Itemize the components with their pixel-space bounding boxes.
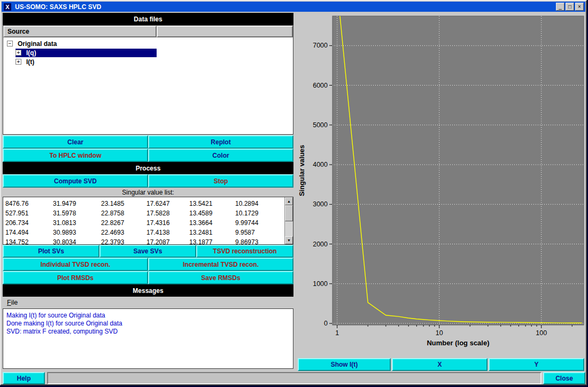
sv-list-scrollbar[interactable]: ▲ ▼ bbox=[284, 197, 293, 244]
sv-value: 31.9479 bbox=[53, 200, 101, 207]
tree-item-it[interactable]: + I(t) bbox=[3, 57, 293, 66]
expand-icon[interactable]: + bbox=[16, 50, 21, 56]
help-button[interactable]: Help bbox=[3, 372, 45, 384]
messages-log: Making I(t) for source Original dataDone… bbox=[3, 308, 293, 369]
sv-value: 206.734 bbox=[5, 219, 53, 227]
show-it-button[interactable]: Show I(t) bbox=[298, 358, 391, 371]
message-line: Done making I(t) for source Original dat… bbox=[6, 320, 290, 328]
save-svs-button[interactable]: Save SVs bbox=[99, 245, 196, 258]
tree-item-original-data[interactable]: − Original data bbox=[3, 39, 293, 48]
tree-item-iq[interactable]: + I(q) bbox=[3, 48, 293, 57]
incremental-tvsd-recon-button[interactable]: Incremental TVSD recon. bbox=[148, 258, 293, 271]
sv-value: 13.5421 bbox=[189, 200, 235, 207]
individual-tvsd-recon-button[interactable]: Individual TVSD recon. bbox=[3, 258, 148, 271]
compute-svd-button[interactable]: Compute SVD bbox=[3, 174, 148, 188]
sv-value: 31.5978 bbox=[53, 210, 101, 217]
sv-value: 13.2481 bbox=[189, 229, 235, 236]
save-rmsds-button[interactable]: Save RMSDs bbox=[148, 271, 293, 284]
to-hplc-window-button[interactable]: To HPLC window bbox=[3, 149, 148, 162]
svd-plot-svg: 01000200030004000500060007000110100Numbe… bbox=[293, 13, 588, 357]
y-axis-title: Singular values bbox=[298, 145, 306, 196]
messages-header: Messages bbox=[3, 284, 293, 297]
sv-value: 174.494 bbox=[5, 229, 53, 236]
y-tick-label: 6000 bbox=[313, 82, 328, 89]
replot-button[interactable]: Replot bbox=[148, 135, 293, 149]
expand-icon[interactable]: + bbox=[16, 59, 21, 65]
scroll-down-icon[interactable]: ▼ bbox=[285, 236, 293, 244]
tree-item-label[interactable]: I(q) bbox=[24, 49, 38, 57]
close-button[interactable]: Close bbox=[543, 372, 585, 384]
y-tick-label: 5000 bbox=[313, 121, 328, 129]
empty-column-header[interactable] bbox=[157, 26, 293, 37]
close-icon[interactable]: × bbox=[575, 3, 584, 11]
message-line: Making I(t) for source Original data bbox=[6, 312, 290, 320]
app-icon: X bbox=[4, 3, 11, 11]
tree-root-label[interactable]: Original data bbox=[16, 40, 59, 48]
y-tick-label: 7000 bbox=[313, 42, 328, 49]
y-tick-label: 1000 bbox=[313, 280, 328, 288]
x-tick-label: 1 bbox=[335, 329, 339, 337]
minimize-icon[interactable]: _ bbox=[556, 3, 564, 11]
sv-value: 17.4138 bbox=[146, 229, 189, 236]
file-menu[interactable]: File bbox=[7, 299, 18, 306]
tsvd-reconstruction-button[interactable]: TSVD reconstruction bbox=[196, 245, 293, 258]
y-tick-label: 3000 bbox=[313, 200, 328, 208]
sv-value: 13.3664 bbox=[189, 219, 235, 227]
y-tick-label: 2000 bbox=[313, 241, 328, 248]
scrollbar-thumb[interactable] bbox=[285, 205, 293, 221]
singular-value-list-label: Singular value list: bbox=[3, 188, 293, 197]
sv-value: 17.4316 bbox=[146, 219, 189, 227]
sv-row[interactable]: 527.95131.597822.875817.582813.458910.17… bbox=[3, 208, 284, 218]
sv-value: 10.1729 bbox=[235, 210, 284, 217]
source-column-header[interactable]: Source bbox=[3, 26, 157, 37]
sv-value: 9.99744 bbox=[235, 219, 284, 227]
sv-value: 30.9893 bbox=[53, 229, 101, 236]
y-tick-label: 0 bbox=[324, 320, 328, 327]
svd-plot[interactable]: 01000200030004000500060007000110100Numbe… bbox=[293, 13, 588, 357]
sv-row[interactable]: 206.73431.081322.826717.431613.36649.997… bbox=[3, 218, 284, 228]
sv-value: 527.951 bbox=[5, 210, 53, 217]
sv-value: 13.4589 bbox=[189, 210, 235, 217]
progress-bar bbox=[47, 372, 541, 384]
sv-row[interactable]: 8476.7631.947923.148517.624713.542110.28… bbox=[3, 199, 284, 208]
color-button[interactable]: Color bbox=[148, 149, 293, 162]
messages-menu-bar: File bbox=[3, 297, 293, 308]
x-axis-button[interactable]: X bbox=[392, 358, 488, 371]
y-tick-label: 4000 bbox=[313, 161, 328, 168]
sv-value: 22.8758 bbox=[101, 210, 146, 217]
tree-item-label[interactable]: I(t) bbox=[24, 58, 36, 66]
x-axis-title: Number (log scale) bbox=[427, 339, 489, 347]
us-somo-svd-window: { "window": { "title": "US-SOMO: SAXS HP… bbox=[0, 0, 588, 387]
sv-value: 17.6247 bbox=[146, 200, 189, 207]
plot-canvas bbox=[332, 16, 584, 325]
stop-button[interactable]: Stop bbox=[148, 174, 293, 188]
singular-value-list[interactable]: 8476.7631.947923.148517.624713.542110.28… bbox=[3, 197, 293, 245]
sv-value: 8476.76 bbox=[5, 200, 53, 207]
title-bar[interactable]: X US-SOMO: SAXS HPLC SVD _ □ × bbox=[2, 2, 585, 12]
sv-row[interactable]: 174.49430.989322.469317.413813.24819.958… bbox=[3, 228, 284, 237]
sv-value: 17.5828 bbox=[146, 210, 189, 217]
message-line: SVD: matrix F created, computing SVD bbox=[6, 328, 290, 336]
sv-value: 23.1485 bbox=[101, 200, 146, 207]
sv-value: 31.0813 bbox=[53, 219, 101, 227]
collapse-icon[interactable]: − bbox=[7, 41, 13, 47]
maximize-icon[interactable]: □ bbox=[566, 3, 574, 11]
x-tick-label: 10 bbox=[436, 329, 443, 337]
sv-value: 9.9587 bbox=[235, 229, 284, 236]
data-files-tree[interactable]: Source − Original data + I(q) + I(t) bbox=[3, 25, 293, 135]
process-header: Process bbox=[3, 162, 293, 174]
sv-value: 22.8267 bbox=[101, 219, 146, 227]
window-title: US-SOMO: SAXS HPLC SVD bbox=[15, 3, 556, 11]
clear-button[interactable]: Clear bbox=[3, 135, 148, 149]
data-files-header: Data files bbox=[3, 13, 293, 25]
sv-value: 22.4693 bbox=[101, 229, 146, 236]
sv-value: 10.2894 bbox=[235, 200, 284, 207]
scroll-up-icon[interactable]: ▲ bbox=[285, 197, 293, 205]
plot-rmsds-button[interactable]: Plot RMSDs bbox=[3, 271, 148, 284]
plot-svs-button[interactable]: Plot SVs bbox=[3, 245, 99, 258]
x-tick-label: 100 bbox=[536, 329, 547, 337]
y-axis-button[interactable]: Y bbox=[489, 358, 584, 371]
